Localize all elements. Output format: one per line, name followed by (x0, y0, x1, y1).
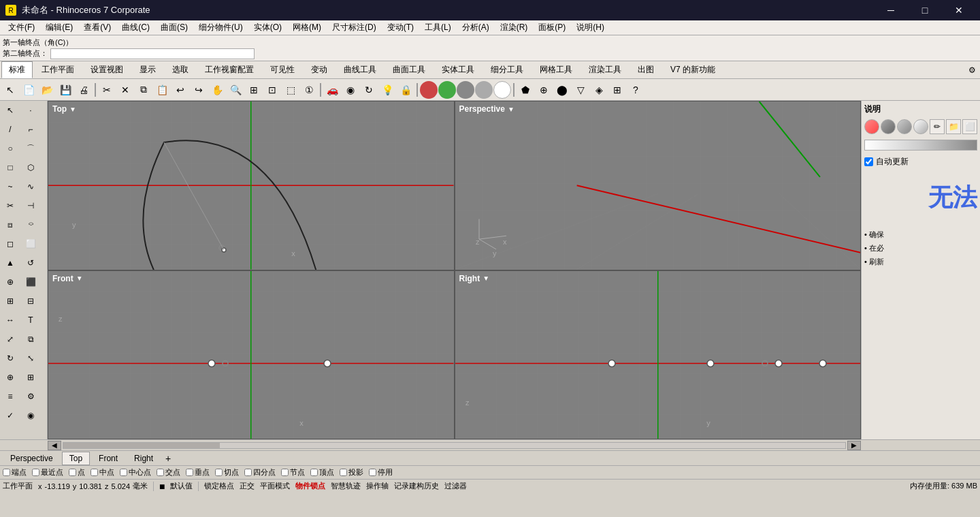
panel-icon-1[interactable] (864, 119, 879, 134)
print-icon[interactable]: 🖨 (75, 81, 93, 99)
tab-select[interactable]: 选取 (165, 61, 196, 78)
tab-layout[interactable]: 出图 (630, 61, 662, 78)
scroll-left-btn[interactable]: ◀ (48, 441, 61, 450)
lock-icon[interactable]: 🔒 (397, 81, 414, 99)
cmd-input[interactable] (50, 48, 255, 59)
tab-visibility[interactable]: 可见性 (263, 61, 302, 78)
zoom-ext-icon[interactable]: ⊞ (245, 81, 263, 99)
layer-tool[interactable]: ≡ (0, 387, 20, 406)
tab-curve-tools[interactable]: 曲线工具 (336, 61, 384, 78)
menu-curve[interactable]: 曲线(C) (116, 20, 155, 35)
horizontal-scrollbar[interactable]: ◀ ▶ (48, 441, 861, 450)
viewport-right[interactable]: Right ▼ z y (455, 270, 862, 440)
panel-icon-7[interactable]: ⬜ (962, 119, 977, 134)
snap-knot[interactable]: 节点 (281, 467, 305, 477)
panel-icon-5[interactable]: ✏ (930, 119, 945, 134)
render-icon[interactable]: 🚗 (323, 81, 341, 99)
menu-dim[interactable]: 尺寸标注(D) (327, 20, 382, 35)
maximize-button[interactable]: □ (909, 0, 941, 20)
redo-icon[interactable]: ↪ (190, 81, 208, 99)
color-picker[interactable] (864, 140, 977, 151)
tool6-icon[interactable]: ⊞ (608, 81, 626, 99)
filter[interactable]: 过滤器 (444, 481, 467, 491)
menu-transform[interactable]: 变动(T) (382, 20, 419, 35)
scroll-right-btn[interactable]: ▶ (847, 441, 861, 450)
planar[interactable]: 平面模式 (260, 481, 290, 491)
snap-center[interactable]: 中心点 (120, 467, 151, 477)
color4-icon[interactable] (475, 81, 493, 99)
solid-tool[interactable]: ⬛ (20, 272, 41, 292)
panel-icon-3[interactable] (897, 119, 912, 134)
snap-disable[interactable]: 停用 (369, 467, 393, 477)
tab-solid-tools[interactable]: 实体工具 (434, 61, 482, 78)
obj-lock[interactable]: 物件锁点 (295, 481, 325, 491)
color2-icon[interactable] (438, 81, 456, 99)
record-history[interactable]: 记录建构历史 (394, 481, 439, 491)
line-tool[interactable]: / (0, 120, 20, 139)
vp-tab-right[interactable]: Right (127, 452, 161, 465)
menu-analysis[interactable]: 分析(A) (457, 20, 495, 35)
viewport-front[interactable]: Front ▼ z x (48, 270, 455, 440)
viewport-front-arrow[interactable]: ▼ (76, 275, 83, 282)
tab-standard[interactable]: 标准 (1, 61, 33, 78)
paste-icon[interactable]: 📋 (153, 81, 171, 99)
menu-solid[interactable]: 实体(O) (248, 20, 287, 35)
menu-mesh[interactable]: 网格(M) (287, 20, 327, 35)
surface2-tool[interactable]: ⬜ (20, 234, 41, 253)
tab-display[interactable]: 显示 (132, 61, 163, 78)
copy2-tool[interactable]: ⧉ (20, 330, 41, 349)
move-tool[interactable]: ⤢ (0, 330, 20, 349)
vp-tab-perspective[interactable]: Perspective (3, 452, 61, 465)
snap-endpoint[interactable]: 端点 (3, 467, 27, 477)
snap-nearest[interactable]: 最近点 (32, 467, 63, 477)
polyline-tool[interactable]: ⌐ (20, 120, 41, 139)
snap-intersect[interactable]: 交点 (157, 467, 180, 477)
snap-project[interactable]: 投影 (340, 467, 363, 477)
menu-help[interactable]: 说明(H) (571, 20, 610, 35)
mesh2-tool[interactable]: ⊟ (20, 292, 41, 311)
snap-tan[interactable]: 切点 (215, 467, 239, 477)
point-tool[interactable]: · (20, 101, 41, 120)
viewport-top-arrow[interactable]: ▼ (69, 106, 76, 113)
menu-file[interactable]: 文件(F) (3, 20, 40, 35)
zoom-in-icon[interactable]: 🔍 (227, 81, 244, 99)
op-axis[interactable]: 操作轴 (366, 481, 389, 491)
color1-icon[interactable] (420, 81, 438, 99)
surface1-tool[interactable]: ◻ (0, 234, 20, 253)
fillet-tool[interactable]: ⌔ (20, 215, 41, 234)
delete-icon[interactable]: ✕ (116, 81, 134, 99)
help-icon[interactable]: ? (627, 81, 644, 99)
close-button[interactable]: ✕ (943, 0, 975, 20)
tab-surface-tools[interactable]: 曲面工具 (385, 61, 433, 78)
snap-tool[interactable]: ⊕ (0, 368, 20, 387)
curve-tool[interactable]: ~ (0, 177, 20, 196)
vp-tab-add[interactable]: + (162, 452, 174, 465)
tool4-icon[interactable]: ▽ (572, 81, 589, 99)
select-tool[interactable]: ↖ (0, 101, 20, 120)
tab-setview[interactable]: 设置视图 (83, 61, 131, 78)
menu-edit[interactable]: 编辑(E) (40, 20, 78, 35)
circle-tool[interactable]: ○ (0, 139, 20, 158)
tool2-icon[interactable]: ⊕ (535, 81, 553, 99)
scrollbar-track[interactable] (63, 442, 846, 449)
panel-icon-4[interactable] (913, 119, 928, 134)
panel-icon-2[interactable] (881, 119, 896, 134)
extrude-tool[interactable]: ▲ (0, 253, 20, 272)
trim-tool[interactable]: ✂ (0, 196, 20, 215)
revolve-tool[interactable]: ↺ (20, 253, 41, 272)
toolbar-settings-icon[interactable]: ⚙ (965, 63, 979, 77)
extend-tool[interactable]: ⊣ (20, 196, 41, 215)
tab-viewport-config[interactable]: 工作视窗配置 (197, 61, 261, 78)
rotate-icon[interactable]: ↻ (360, 81, 378, 99)
color5-icon[interactable] (493, 81, 511, 99)
select-icon[interactable]: ↖ (1, 81, 19, 99)
prop-tool[interactable]: ⚙ (20, 387, 41, 406)
hide-tool[interactable]: ◉ (20, 406, 41, 425)
tab-workplane[interactable]: 工作平面 (34, 61, 82, 78)
zoom-win-icon[interactable]: ⬚ (282, 81, 299, 99)
offset-tool[interactable]: ⧈ (0, 215, 20, 234)
zoom-1-icon[interactable]: ① (300, 81, 318, 99)
undo-icon[interactable]: ↩ (172, 81, 189, 99)
text-tool[interactable]: T (20, 311, 41, 330)
viewport-right-arrow[interactable]: ▼ (483, 275, 489, 282)
